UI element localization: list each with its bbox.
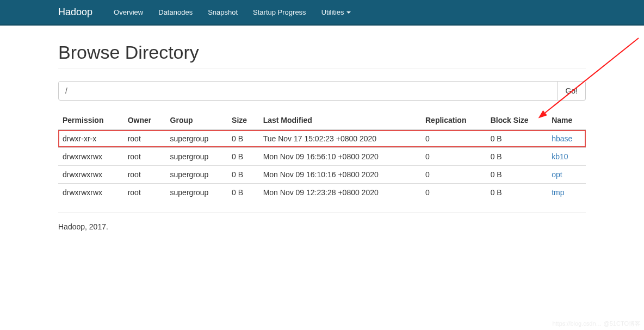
nav-link-overview[interactable]: Overview [106, 1, 151, 24]
brand: Hadoop [58, 0, 101, 24]
td-block-size: 0 B [486, 166, 548, 184]
footer: Hadoop, 2017. [58, 212, 586, 241]
th-block-size: Block Size [486, 111, 548, 129]
directory-table: Permission Owner Group Size Last Modifie… [58, 111, 586, 201]
th-size: Size [227, 111, 259, 129]
navbar: Hadoop Overview Datanodes Snapshot Start… [0, 0, 644, 26]
table-row: drwxrwxrwxrootsupergroup0 BMon Nov 09 16… [58, 148, 586, 166]
table-row: drwxrwxrwxrootsupergroup0 BMon Nov 09 16… [58, 166, 586, 184]
td-replication: 0 [421, 129, 486, 148]
td-group: supergroup [166, 129, 228, 148]
go-button[interactable]: Go! [558, 81, 586, 101]
nav-link-snapshot[interactable]: Snapshot [200, 1, 245, 24]
th-last-modified: Last Modified [259, 111, 421, 129]
td-owner: root [123, 129, 166, 148]
td-name: kb10 [547, 148, 586, 166]
directory-link[interactable]: tmp [552, 188, 564, 197]
table-row: drwxrwxrwxrootsupergroup0 BMon Nov 09 12… [58, 184, 586, 202]
page-title: Browse Directory [58, 42, 586, 63]
td-group: supergroup [166, 166, 228, 184]
td-name: tmp [547, 184, 586, 202]
td-permission: drwxrwxrwx [58, 184, 123, 202]
td-owner: root [123, 148, 166, 166]
page-header: Browse Directory [58, 42, 586, 69]
nav-utilities-label: Utilities [321, 8, 344, 16]
th-name: Name [547, 111, 586, 129]
td-replication: 0 [421, 166, 486, 184]
directory-link[interactable]: hbase [552, 134, 572, 143]
td-group: supergroup [166, 148, 228, 166]
td-name: hbase [547, 129, 586, 148]
directory-link[interactable]: kb10 [552, 152, 568, 161]
caret-down-icon [346, 11, 351, 14]
td-permission: drwxrwxrwx [58, 166, 123, 184]
td-replication: 0 [421, 184, 486, 202]
td-replication: 0 [421, 148, 486, 166]
table-row: drwxr-xr-xrootsupergroup0 BTue Nov 17 15… [58, 129, 586, 148]
table-header-row: Permission Owner Group Size Last Modifie… [58, 111, 586, 129]
td-size: 0 B [227, 129, 259, 148]
td-size: 0 B [227, 166, 259, 184]
directory-link[interactable]: opt [552, 170, 562, 179]
td-size: 0 B [227, 184, 259, 202]
th-group: Group [166, 111, 228, 129]
footer-text: Hadoop, 2017. [58, 222, 108, 231]
td-owner: root [123, 184, 166, 202]
nav-link-datanodes[interactable]: Datanodes [151, 1, 200, 24]
td-block-size: 0 B [486, 148, 548, 166]
path-input-group: Go! [58, 81, 586, 101]
td-size: 0 B [227, 148, 259, 166]
td-modified: Mon Nov 09 12:23:28 +0800 2020 [259, 184, 421, 202]
td-permission: drwxr-xr-x [58, 129, 123, 148]
td-permission: drwxrwxrwx [58, 148, 123, 166]
nav-link-utilities[interactable]: Utilities [314, 1, 358, 24]
td-name: opt [547, 166, 586, 184]
td-modified: Tue Nov 17 15:02:23 +0800 2020 [259, 129, 421, 148]
td-owner: root [123, 166, 166, 184]
th-replication: Replication [421, 111, 486, 129]
td-modified: Mon Nov 09 16:10:16 +0800 2020 [259, 166, 421, 184]
nav-link-startup-progress[interactable]: Startup Progress [245, 1, 314, 24]
th-owner: Owner [123, 111, 166, 129]
td-modified: Mon Nov 09 16:56:10 +0800 2020 [259, 148, 421, 166]
td-group: supergroup [166, 184, 228, 202]
td-block-size: 0 B [486, 184, 548, 202]
td-block-size: 0 B [486, 129, 548, 148]
th-permission: Permission [58, 111, 123, 129]
path-input[interactable] [58, 81, 558, 101]
